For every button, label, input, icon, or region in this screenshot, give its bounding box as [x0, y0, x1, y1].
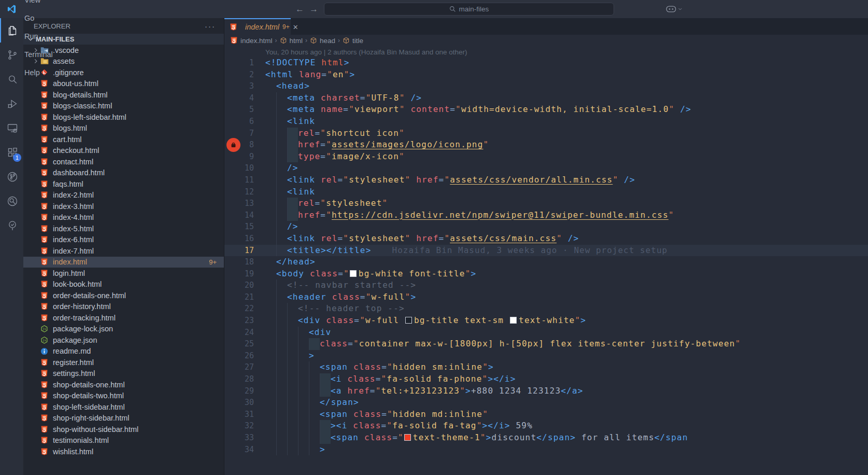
arrow-right-icon[interactable]: → — [309, 4, 318, 15]
file-item-blogs-html[interactable]: blogs.html — [23, 123, 224, 134]
code-line-27[interactable]: 27<span class="hidden sm:inline"> — [224, 361, 868, 373]
sidebar-item-remote-explorer[interactable] — [0, 116, 23, 140]
file-item-index-5-html[interactable]: index-5.html — [23, 223, 224, 234]
tab-index-html[interactable]: index.html 9+ ✕ — [224, 18, 291, 35]
breadcrumb-item-title[interactable]: title — [343, 37, 363, 45]
file-item-checkout-html[interactable]: checkout.html — [23, 145, 224, 157]
file-item-login-html[interactable]: login.html — [23, 268, 224, 279]
code-line-5[interactable]: 5<meta name="viewport" content="width=de… — [224, 104, 868, 116]
line-number: 26 — [224, 350, 254, 362]
file-item-settings-html[interactable]: settings.html — [23, 368, 224, 380]
code-line-26[interactable]: 26> — [224, 350, 868, 362]
file-item-index-4-html[interactable]: index-4.html — [23, 212, 224, 223]
copilot-menu[interactable] — [666, 0, 682, 18]
code-token: fa-solid fa-tag — [392, 421, 477, 430]
code-line-17[interactable]: 17<title></title>Hozaifa Bin Masud, 3 we… — [224, 245, 868, 257]
code-line-8[interactable]: 8href="assets/images/logo/icon.png" — [224, 139, 868, 151]
file-item-dashboard-html[interactable]: dashboard.html — [23, 167, 224, 179]
file-item-blogs-classic-html[interactable]: blogs-classic.html — [23, 101, 224, 112]
code-line-10[interactable]: 10/> — [224, 162, 868, 174]
file-item-shop-left-sidebar-html[interactable]: shop-left-sidebar.html — [23, 401, 224, 413]
menu-go[interactable]: Go — [20, 9, 60, 27]
sidebar-item-extensions[interactable]: 1 — [0, 140, 23, 164]
code-line-24[interactable]: 24<div — [224, 327, 868, 339]
file-item-readme-md[interactable]: readme.md — [23, 346, 224, 357]
code-line-33[interactable]: 33<span class="text-theme-1">discount</s… — [224, 432, 868, 444]
codelens-blame[interactable]: You, 20 hours ago | 2 authors (Hozaifa B… — [224, 46, 868, 57]
file-item-register-html[interactable]: register.html — [23, 357, 224, 368]
file-item-faqs-html[interactable]: faqs.html — [23, 178, 224, 190]
file-item-blogs-left-sidebar-html[interactable]: blogs-left-sidebar.html — [23, 111, 224, 123]
code-line-2[interactable]: 2<html lang="en"> — [224, 69, 868, 81]
file-item-contact-html[interactable]: contact.html — [23, 156, 224, 167]
more-actions-icon[interactable]: ··· — [205, 22, 216, 31]
sidebar-item-gitlens-inspect[interactable] — [0, 189, 23, 213]
code-line-12[interactable]: 12<link — [224, 186, 868, 198]
sidebar-item-source-control[interactable] — [0, 43, 23, 67]
file-item-index-7-html[interactable]: index-7.html — [23, 245, 224, 257]
file-item-wishlist-html[interactable]: wishlist.html — [23, 446, 224, 457]
menu-terminal[interactable]: Terminal — [20, 46, 60, 64]
file-item-order-tracking-html[interactable]: order-tracking.html — [23, 312, 224, 324]
sidebar-item-explorer[interactable] — [0, 18, 23, 43]
html-icon — [40, 369, 49, 378]
arrow-left-icon[interactable]: ← — [295, 4, 304, 15]
file-label: contact.html — [53, 158, 93, 166]
code-line-25[interactable]: 25class="container max-w-[1800px] h-[50p… — [224, 338, 868, 350]
menu-run[interactable]: Run — [20, 27, 60, 46]
file-item-index-3-html[interactable]: index-3.html — [23, 201, 224, 212]
code-line-4[interactable]: 4<meta charset="UTF-8" /> — [224, 92, 868, 104]
code-line-32[interactable]: 32><i class="fa-solid fa-tag"></i> 59% — [224, 420, 868, 432]
code-line-30[interactable]: 30</span> — [224, 397, 868, 409]
close-icon[interactable]: ✕ — [293, 23, 298, 31]
code-line-6[interactable]: 6<link — [224, 116, 868, 128]
file-item-shop-without-sidebar-html[interactable]: shop-without-sidebar.html — [23, 424, 224, 435]
file-item-blog-details-html[interactable]: blog-details.html — [23, 89, 224, 101]
command-center-search[interactable]: main-files — [324, 3, 614, 16]
code-line-22[interactable]: 22<!-- header top --> — [224, 303, 868, 315]
breadcrumb-item-head[interactable]: head — [310, 37, 335, 45]
code-line-19[interactable]: 19<body class="bg-white font-title"> — [224, 268, 868, 280]
code-line-18[interactable]: 18</head> — [224, 256, 868, 268]
code-line-16[interactable]: 16<link rel="stylesheet" href="assets/cs… — [224, 233, 868, 245]
sidebar-item-run-debug[interactable] — [0, 91, 23, 116]
code-line-31[interactable]: 31<span class="hidden md:inline" — [224, 409, 868, 421]
code-line-29[interactable]: 29<a href="tel:+123123123">+880 1234 123… — [224, 385, 868, 397]
file-item-package-lock-json[interactable]: jspackage-lock.json — [23, 324, 224, 335]
code-line-7[interactable]: 7rel="shortcut icon" — [224, 128, 868, 139]
sidebar-item-search[interactable] — [0, 67, 23, 91]
file-item-shop-right-sidebar-html[interactable]: shop-right-sidebar.html — [23, 413, 224, 424]
file-item-order-details-one-html[interactable]: order-details-one.html — [23, 290, 224, 301]
code-line-23[interactable]: 23<div class="w-full bg-title text-sm te… — [224, 315, 868, 327]
file-item-index-6-html[interactable]: index-6.html — [23, 234, 224, 246]
file-item-package-json[interactable]: jspackage.json — [23, 334, 224, 346]
code-line-21[interactable]: 21<header class="w-full"> — [224, 291, 868, 303]
code-line-34[interactable]: 34> — [224, 444, 868, 456]
code-line-9[interactable]: 9type="image/x-icon" — [224, 151, 868, 163]
file-item-look-book-html[interactable]: look-book.html — [23, 279, 224, 290]
breadcrumb-item-html[interactable]: html — [280, 37, 303, 45]
code-line-20[interactable]: 20<!-- navbar started --> — [224, 280, 868, 291]
menu-help[interactable]: Help — [20, 64, 60, 82]
sidebar-item-gitlens[interactable] — [0, 164, 23, 189]
code-editor[interactable]: You, 20 hours ago | 2 authors (Hozaifa B… — [224, 46, 868, 475]
file-item-index-2-html[interactable]: index-2.html — [23, 190, 224, 201]
code-line-28[interactable]: 28<i class="fa-solid fa-phone"></i> — [224, 373, 868, 385]
file-item-order-history-html[interactable]: order-history.html — [23, 301, 224, 313]
file-item-index-html[interactable]: index.html9+ — [23, 257, 224, 268]
code-line-14[interactable]: 14href="https://cdn.jsdelivr.net/npm/swi… — [224, 209, 868, 221]
code-line-15[interactable]: 15/> — [224, 221, 868, 233]
code-line-13[interactable]: 13rel="stylesheet" — [224, 198, 868, 209]
code-line-11[interactable]: 11<link rel="stylesheet" href="assets/cs… — [224, 174, 868, 186]
file-item-cart-html[interactable]: cart.html — [23, 134, 224, 145]
code-line-3[interactable]: 3<head> — [224, 80, 868, 92]
code-token: <div — [298, 315, 320, 325]
file-item-shop-details-two-html[interactable]: shop-details-two.html — [23, 390, 224, 402]
breadcrumb-item-index-html[interactable]: index.html — [230, 36, 273, 45]
code-line-1[interactable]: 1<!DOCTYPE html> — [224, 57, 868, 69]
sidebar-item-todo-tree[interactable] — [0, 213, 23, 238]
file-item-testimonials-html[interactable]: testimonials.html — [23, 435, 224, 446]
line-content: rel="shortcut icon" — [265, 128, 868, 139]
menu-view[interactable]: View — [20, 0, 60, 9]
file-item-shop-details-one-html[interactable]: shop-details-one.html — [23, 379, 224, 390]
